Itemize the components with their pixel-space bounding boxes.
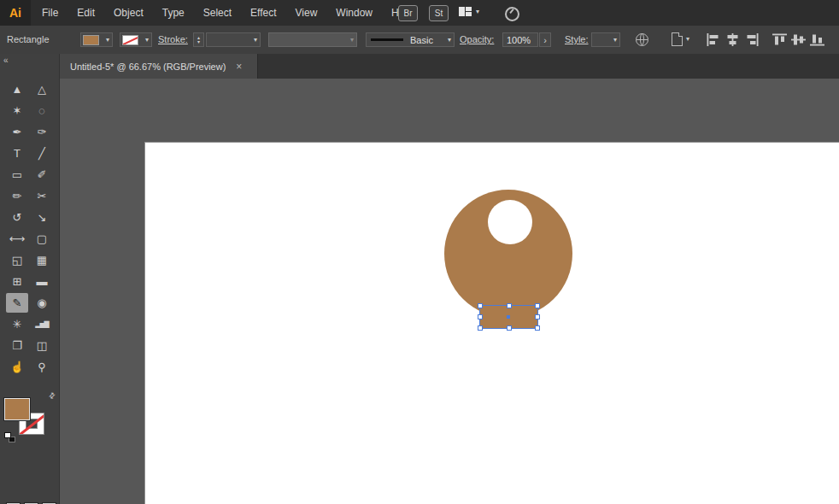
document-tab[interactable]: Untitled-5* @ 66.67% (RGB/Preview) ×	[60, 54, 258, 79]
menu-bar: Ai File Edit Object Type Select Effect V…	[0, 0, 839, 26]
tool-grid: ▲ △ ✶ ◌ ✒ ✑ T ╱ ▭ ✐ ✏ ✂ ↺ ↘ ⟷ ▢ ◱ ▦ ⊞ ▬ …	[6, 79, 56, 378]
opacity-label[interactable]: Opacity:	[460, 34, 494, 44]
chevron-down-icon: ▾	[686, 36, 689, 43]
selection-handle[interactable]	[535, 314, 540, 319]
selected-rectangle-shape[interactable]	[480, 306, 537, 328]
menu-file[interactable]: File	[32, 0, 67, 26]
tool-pencil[interactable]: ✏	[6, 186, 28, 206]
document-tab-bar: Untitled-5* @ 66.67% (RGB/Preview) ×	[60, 54, 839, 79]
stroke-preview-line	[371, 38, 403, 41]
selection-handle[interactable]	[478, 303, 483, 308]
tool-magic-wand[interactable]: ✶	[6, 101, 28, 120]
gauge-needle	[509, 9, 513, 14]
align-middle-button[interactable]	[791, 33, 806, 46]
tool-free-transform[interactable]: ▢	[31, 229, 53, 249]
menu-type[interactable]: Type	[153, 0, 194, 26]
selection-center-point[interactable]	[507, 315, 510, 319]
stroke-color-picker[interactable]: ▾	[120, 32, 152, 47]
swap-fill-stroke-icon[interactable]: ⇄	[47, 390, 57, 401]
tool-line-segment[interactable]: ╱	[31, 144, 53, 163]
tool-column-graph[interactable]: ▂▅▇	[31, 314, 53, 334]
fill-color-picker[interactable]: ▾	[80, 32, 113, 47]
chevron-down-icon: ▾	[448, 37, 451, 44]
ellipse-hole[interactable]	[488, 200, 532, 244]
workspace-switcher[interactable]: ▾	[459, 7, 479, 16]
menu-edit[interactable]: Edit	[67, 0, 104, 26]
collapse-panel-button[interactable]: «	[3, 56, 9, 65]
tool-direct-selection[interactable]: △	[31, 79, 53, 99]
selection-handle[interactable]	[478, 314, 483, 319]
bridge-button[interactable]: Br	[398, 5, 418, 21]
opacity-dropdown-button[interactable]: ›	[539, 32, 551, 47]
globe-icon[interactable]	[636, 33, 648, 46]
tool-type[interactable]: T	[6, 144, 28, 163]
tool-slice[interactable]: ◫	[31, 336, 53, 355]
align-left-button[interactable]	[707, 33, 721, 46]
default-fill-stroke-icon[interactable]	[4, 432, 17, 443]
workspace-grid-icon	[459, 7, 472, 16]
tool-perspective-grid[interactable]: ▦	[31, 250, 53, 270]
tool-blend[interactable]: ◉	[31, 293, 53, 313]
tool-shape-builder[interactable]: ◱	[6, 250, 28, 270]
menu-effect[interactable]: Effect	[241, 0, 285, 26]
fill-swatch[interactable]	[83, 35, 99, 45]
document-setup-button[interactable]: ▾	[672, 32, 689, 46]
app-logo[interactable]: Ai	[0, 0, 31, 26]
chevron-down-icon: ▾	[613, 37, 617, 44]
opacity-value: 100%	[507, 35, 531, 45]
menu-view[interactable]: View	[286, 0, 327, 26]
style-label[interactable]: Style:	[565, 34, 589, 44]
tool-paintbrush[interactable]: ✐	[31, 165, 53, 185]
tool-eyedropper[interactable]: ✎	[6, 293, 28, 313]
stock-button[interactable]: St	[429, 5, 449, 21]
stroke-weight-select[interactable]: ▾	[206, 32, 261, 47]
mini-fill-square	[4, 432, 11, 438]
selection-handle[interactable]	[507, 303, 512, 308]
close-icon[interactable]: ×	[236, 61, 242, 73]
globe-equator	[637, 39, 648, 40]
menu-window[interactable]: Window	[326, 0, 382, 26]
chevron-down-icon: ▾	[106, 37, 109, 44]
stepper-down-icon: ▾	[197, 40, 200, 44]
width-profile-select: ▾	[268, 32, 357, 47]
tool-pen[interactable]: ✒	[6, 122, 28, 142]
style-select[interactable]: ▾	[591, 32, 620, 47]
tool-rotate[interactable]: ↺	[6, 208, 28, 227]
tool-curvature[interactable]: ✑	[31, 122, 53, 142]
tool-scale[interactable]: ↘	[31, 208, 53, 227]
tool-symbol-sprayer[interactable]: ✳	[6, 314, 28, 334]
sync-status-icon[interactable]	[505, 7, 519, 21]
tool-width[interactable]: ⟷	[6, 229, 28, 249]
brush-name: Basic	[410, 35, 433, 45]
menu-select[interactable]: Select	[194, 0, 241, 26]
align-bottom-button[interactable]	[810, 33, 824, 46]
canvas-area	[60, 79, 839, 504]
tool-selection[interactable]: ▲	[6, 79, 28, 99]
align-center-button[interactable]	[725, 33, 740, 46]
brush-definition-select[interactable]: Basic ▾	[366, 32, 455, 47]
control-bar: Rectangle ▾ ▾ Stroke: ▴ ▾ ▾ ▾ Basic ▾ Op…	[0, 26, 839, 55]
tool-lasso[interactable]: ◌	[31, 101, 53, 120]
illustrator-window: Ai File Edit Object Type Select Effect V…	[0, 0, 839, 504]
selection-handle[interactable]	[478, 325, 483, 331]
align-top-button[interactable]	[772, 33, 787, 46]
tool-artboard[interactable]: ❐	[6, 336, 28, 355]
selection-handle[interactable]	[507, 325, 512, 331]
chevron-down-icon: ▾	[145, 37, 149, 44]
fill-stroke-indicator: ⇄	[4, 393, 57, 446]
fill-indicator[interactable]	[4, 398, 30, 420]
stroke-none-swatch[interactable]	[122, 35, 138, 45]
opacity-input[interactable]: 100%	[502, 32, 538, 47]
selection-handle[interactable]	[535, 303, 540, 308]
stroke-weight-stepper[interactable]: ▴ ▾	[193, 32, 204, 47]
selection-handle[interactable]	[535, 325, 540, 331]
tool-scissors[interactable]: ✂	[31, 186, 53, 206]
align-right-button[interactable]	[744, 33, 759, 46]
tool-rectangle[interactable]: ▭	[6, 165, 28, 185]
stroke-label[interactable]: Stroke:	[158, 34, 188, 44]
tool-mesh[interactable]: ⊞	[6, 272, 28, 291]
tool-gradient[interactable]: ▬	[31, 272, 53, 291]
menu-object[interactable]: Object	[104, 0, 153, 26]
tool-hand[interactable]: ☝	[6, 357, 28, 377]
tool-zoom[interactable]: ⚲	[31, 357, 53, 377]
